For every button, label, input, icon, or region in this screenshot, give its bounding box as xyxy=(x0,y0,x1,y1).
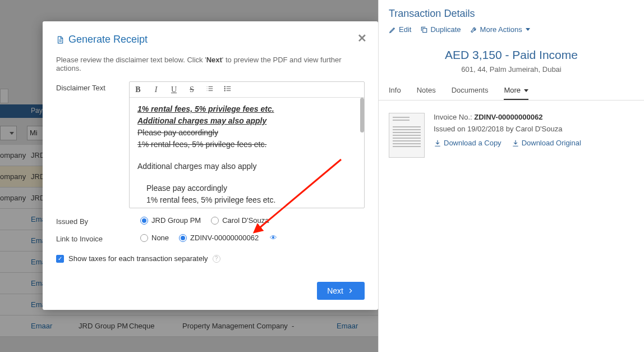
unordered-list-button[interactable] xyxy=(223,85,233,95)
strikethrough-button[interactable]: S xyxy=(187,85,197,94)
panel-title: Transaction Details xyxy=(389,8,634,20)
editor-toolbar: B I U S xyxy=(130,82,364,98)
show-taxes-label: Show taxes for each transaction separate… xyxy=(68,254,208,263)
link-invoice-label: Link to Invoice xyxy=(56,232,140,243)
italic-button[interactable]: I xyxy=(151,85,161,94)
svg-rect-4 xyxy=(423,28,427,32)
radio-icon xyxy=(140,217,148,225)
link-invoice-zdinv-radio[interactable]: ZDINV-00000000062 xyxy=(179,234,259,242)
chevron-down-icon xyxy=(524,89,528,92)
svg-point-2 xyxy=(224,90,225,90)
transaction-details-panel: Transaction Details Edit Duplicate More … xyxy=(378,0,644,352)
edit-button[interactable]: Edit xyxy=(389,25,411,34)
chevron-right-icon xyxy=(347,287,355,295)
pencil-icon xyxy=(389,26,397,34)
chevron-down-icon xyxy=(526,28,530,31)
radio-icon xyxy=(179,234,187,242)
invoice-number: Invoice No.: ZDINV-00000000062 xyxy=(434,113,634,121)
radio-icon xyxy=(140,234,148,242)
bold-button[interactable]: B xyxy=(133,85,143,94)
svg-point-1 xyxy=(224,88,225,89)
ordered-list-button[interactable] xyxy=(205,85,215,95)
next-button[interactable]: Next xyxy=(317,282,365,300)
tab-notes[interactable]: Notes xyxy=(417,86,436,100)
disclaimer-editor[interactable]: B I U S 1% rental fees, 5% privilege fee… xyxy=(129,81,365,208)
link-invoice-none-radio[interactable]: None xyxy=(140,234,169,242)
help-icon[interactable]: ? xyxy=(213,255,220,263)
more-actions-button[interactable]: More Actions xyxy=(470,25,530,34)
modal-title-text: Generate Receipt xyxy=(68,34,148,45)
issued-by-carol-radio[interactable]: Carol D'Souza xyxy=(211,216,269,225)
copy-icon xyxy=(420,26,428,34)
tab-documents[interactable]: Documents xyxy=(452,86,489,100)
svg-point-0 xyxy=(224,86,225,86)
show-taxes-checkbox[interactable]: ✓ xyxy=(56,255,64,263)
modal-subtitle: Please review the disclaimer text below.… xyxy=(56,56,365,72)
download-copy-link[interactable]: Download a Copy xyxy=(434,139,502,147)
disclaimer-label: Disclaimer Text xyxy=(56,81,129,92)
editor-content[interactable]: 1% rental fees, 5% privilege fees etc. A… xyxy=(130,98,364,208)
download-icon xyxy=(434,139,441,147)
issued-by-label: Issued By xyxy=(56,215,140,226)
duplicate-button[interactable]: Duplicate xyxy=(420,25,461,34)
underline-button[interactable]: U xyxy=(169,85,179,94)
wrench-icon xyxy=(470,26,478,34)
radio-label: None xyxy=(151,234,169,242)
radio-label: ZDINV-00000000062 xyxy=(190,234,259,242)
document-icon xyxy=(56,36,64,44)
tab-more[interactable]: More xyxy=(504,86,528,100)
radio-label: JRD Group PM xyxy=(151,216,201,225)
close-icon[interactable]: ✕ xyxy=(357,31,367,45)
scrollbar[interactable] xyxy=(360,98,364,132)
issued-text: Issued on 19/02/2018 by Carol D'Souza xyxy=(434,125,634,133)
document-thumbnail[interactable] xyxy=(389,113,425,158)
radio-icon xyxy=(211,217,219,225)
eye-icon[interactable]: 👁 xyxy=(270,234,277,242)
download-original-link[interactable]: Download Original xyxy=(512,139,581,147)
next-button-label: Next xyxy=(327,286,343,295)
transaction-location: 601, 44, Palm Jumeirah, Dubai xyxy=(379,65,644,74)
download-icon xyxy=(512,139,519,147)
tab-info[interactable]: Info xyxy=(389,86,401,100)
issued-by-jrd-radio[interactable]: JRD Group PM xyxy=(140,216,201,225)
generate-receipt-modal: Generate Receipt ✕ Please review the dis… xyxy=(43,21,378,310)
radio-label: Carol D'Souza xyxy=(222,216,269,225)
transaction-amount: AED 3,150 - Paid Income xyxy=(379,48,644,62)
modal-title: Generate Receipt xyxy=(56,34,365,45)
